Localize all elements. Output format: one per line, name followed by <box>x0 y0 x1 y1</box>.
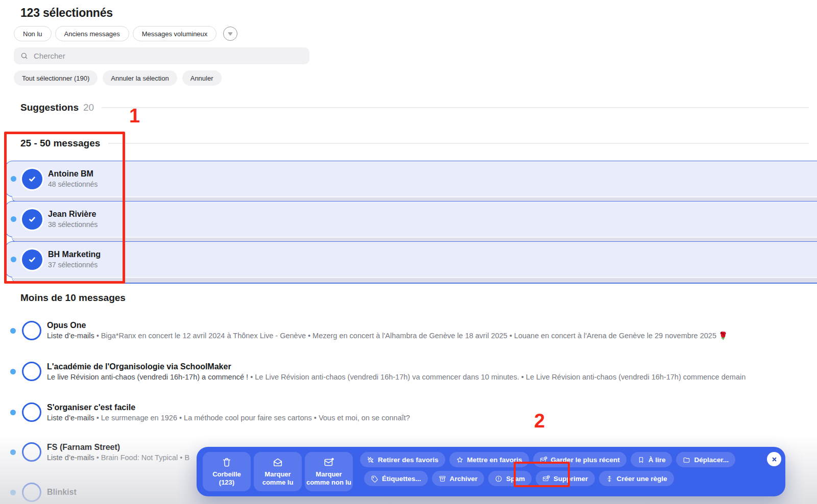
to-read-button[interactable]: À lire <box>631 452 672 467</box>
unread-dot <box>10 328 16 334</box>
unread-dot <box>10 490 16 495</box>
email-preview: Le live Révision anti-chaos (vendredi 16… <box>47 373 746 381</box>
divider <box>108 143 809 144</box>
select-all-button[interactable]: Tout sélectionner (190) <box>14 70 98 86</box>
unread-dot <box>10 410 16 415</box>
search-bar[interactable] <box>14 47 309 64</box>
unselected-checkbox-avatar[interactable] <box>22 402 41 422</box>
unread-dot <box>11 257 16 262</box>
add-favorites-button[interactable]: Mettre en favoris <box>449 452 529 467</box>
email-preview: Liste d’e-mails • Brain Food: Not Typica… <box>47 453 189 462</box>
selected-checkbox-avatar[interactable] <box>22 209 42 230</box>
unread-dot <box>11 176 16 182</box>
spam-alert-icon <box>495 475 502 483</box>
unread-dot <box>10 369 16 374</box>
suggestions-count: 20 <box>83 102 94 113</box>
page-title: 123 sélectionnés <box>20 6 113 20</box>
filter-options-button[interactable] <box>223 27 237 41</box>
sender-name: Jean Rivière <box>48 210 98 219</box>
labels-button[interactable]: Étiquettes... <box>364 471 428 486</box>
mail-read-icon <box>272 457 283 468</box>
spam-button[interactable]: Spam <box>488 471 532 486</box>
folder-icon <box>683 456 690 464</box>
email-row-sorganiser[interactable]: S'organiser c'est facile Liste d’e-mails… <box>5 400 809 424</box>
bulk-actions-toolbar: Corbeille(123) Marquercomme lu Marquerco… <box>197 447 785 496</box>
unselected-checkbox-avatar[interactable] <box>22 442 41 462</box>
selected-checkbox-avatar[interactable] <box>22 249 42 270</box>
filter-lines-icon <box>226 30 234 38</box>
email-list-label: Liste d’e-mails <box>47 453 94 462</box>
search-input[interactable] <box>33 51 303 61</box>
filter-chips: Non lu Anciens messages Messages volumin… <box>14 26 237 41</box>
mail-clock-icon <box>540 456 547 464</box>
sender-name: Opus One <box>47 321 728 330</box>
divider <box>102 107 809 108</box>
cancel-button[interactable]: Annuler <box>182 70 222 86</box>
email-row-opus-one[interactable]: Opus One Liste d’e-mails • Biga*Ranx en … <box>5 318 809 343</box>
mail-unread-icon <box>323 457 334 468</box>
mark-read-button[interactable]: Marquercomme lu <box>254 452 302 491</box>
section-header-25-50: 25 - 50 messages <box>20 138 809 149</box>
sender-name: FS (Farnam Street) <box>47 443 189 452</box>
remove-favorites-button[interactable]: Retirer des favoris <box>360 452 445 467</box>
email-list-label: Le live Révision anti-chaos (vendredi 16… <box>47 373 248 381</box>
archive-button[interactable]: Archiver <box>432 471 485 486</box>
check-icon <box>27 214 37 224</box>
suggestions-header: Suggestions 20 <box>20 102 809 113</box>
check-icon <box>27 255 37 265</box>
mail-remove-icon <box>542 475 550 483</box>
filter-chip-anciens-messages[interactable]: Anciens messages <box>55 26 129 41</box>
section-title: Moins de 10 messages <box>20 292 126 304</box>
unselected-checkbox-avatar[interactable] <box>22 483 41 502</box>
close-toolbar-button[interactable] <box>767 452 781 466</box>
keep-most-recent-button[interactable]: Garder le plus récent <box>533 452 627 467</box>
suggestions-title: Suggestions <box>20 102 79 113</box>
email-snippet: • Biga*Ranx en concert le 12 avril 2024 … <box>97 332 728 340</box>
email-list-label: Liste d’e-mails <box>47 414 94 422</box>
archive-icon <box>439 475 446 483</box>
email-preview: Liste d’e-mails • Biga*Ranx en concert l… <box>47 332 728 340</box>
section-header-less-10: Moins de 10 messages <box>20 292 809 304</box>
email-snippet: • Brain Food: Not Typical • B <box>97 453 189 462</box>
selected-count: 48 sélectionnés <box>48 180 98 188</box>
mark-unread-button[interactable]: Marquercomme non lu <box>305 452 353 491</box>
star-icon <box>456 456 464 464</box>
sender-group-row-bh-marketing[interactable]: BH Marketing 37 sélectionnés <box>5 241 817 278</box>
trash-icon <box>221 457 232 468</box>
selection-actions: Tout sélectionner (190) Annuler la sélec… <box>14 70 222 86</box>
email-list-label: Liste d’e-mails <box>47 332 94 340</box>
toolbar-pill-row-2: Étiquettes... Archiver Spam Supprimer Cr… <box>364 471 735 486</box>
check-icon <box>27 174 37 184</box>
toolbar-pill-rows: Retirer des favoris Mettre en favoris Ga… <box>360 452 735 491</box>
sender-name: S'organiser c'est facile <box>47 403 410 412</box>
section-title: 25 - 50 messages <box>20 138 100 149</box>
sender-name: Blinkist <box>47 488 77 497</box>
selected-checkbox-avatar[interactable] <box>22 169 42 189</box>
unread-dot <box>10 449 16 455</box>
email-snippet: • Le Live Révision anti-chaos (vendredi … <box>250 373 746 381</box>
create-rule-button[interactable]: Créer une règle <box>599 471 674 486</box>
sender-group-row-jean-riviere[interactable]: Jean Rivière 38 sélectionnés <box>5 201 817 237</box>
email-preview: Liste d’e-mails • Le surmenage en 1926 •… <box>47 414 410 422</box>
tag-icon <box>371 475 378 483</box>
move-button[interactable]: Déplacer... <box>676 452 735 467</box>
filter-chip-non-lu[interactable]: Non lu <box>14 26 52 41</box>
search-icon <box>20 52 29 60</box>
toolbar-pill-row-1: Retirer des favoris Mettre en favoris Ga… <box>360 452 735 467</box>
email-row-academie-organisologie[interactable]: L'académie de l'Organisologie via School… <box>5 359 809 384</box>
sender-name: Antoine BM <box>48 169 98 179</box>
unselected-checkbox-avatar[interactable] <box>22 321 41 340</box>
trash-button[interactable]: Corbeille(123) <box>203 452 251 491</box>
sender-name: BH Marketing <box>48 250 101 259</box>
filter-chip-messages-volumineux[interactable]: Messages volumineux <box>133 26 217 41</box>
selected-count: 37 sélectionnés <box>48 261 101 269</box>
sender-name: L'académie de l'Organisologie via School… <box>47 362 746 371</box>
bookmark-icon <box>637 456 645 464</box>
selected-count: 38 sélectionnés <box>48 220 98 229</box>
delete-button[interactable]: Supprimer <box>536 471 595 486</box>
unread-dot <box>11 216 16 222</box>
cancel-selection-button[interactable]: Annuler la sélection <box>103 70 177 86</box>
unselected-checkbox-avatar[interactable] <box>22 362 41 381</box>
sender-group-row-antoine-bm[interactable]: Antoine BM 48 sélectionnés <box>5 161 817 197</box>
rule-split-arrows-icon <box>606 475 613 483</box>
